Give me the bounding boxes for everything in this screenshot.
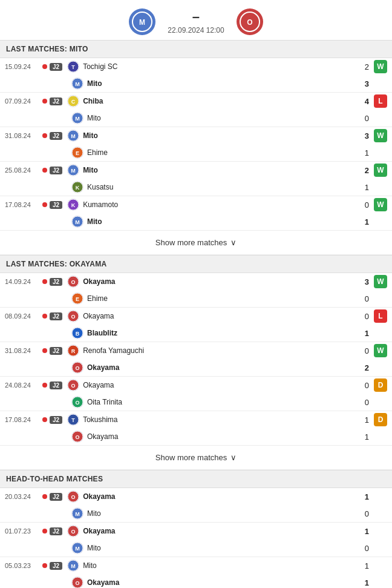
- team1-cell: M Mito: [67, 130, 354, 142]
- svg-text:O: O: [71, 314, 76, 320]
- team1-score: 2: [354, 166, 369, 175]
- team2-score: 1: [354, 148, 369, 157]
- match-team1-row: 14.09.24 J2 O Okayama 3 W: [0, 273, 392, 290]
- match-team1-row: 24.08.24 J2 O Okayama 0 D: [0, 377, 392, 394]
- team2-name: Kusatsu: [87, 183, 113, 191]
- team1-cell: M Mito: [67, 560, 354, 572]
- result-badge-empty: [374, 524, 387, 538]
- away-team-logo: O: [237, 8, 263, 35]
- home-team-logo: M: [129, 8, 155, 35]
- svg-text:R: R: [71, 348, 76, 354]
- match-pair: 17.08.24 J2 T Tokushima 1 D O Oka: [0, 411, 392, 446]
- match-date-label: 25.08.24: [5, 167, 42, 174]
- svg-text:E: E: [76, 150, 79, 156]
- match-team2-row: O Okayama 1: [0, 428, 392, 445]
- match-team1-row: 31.08.24 J2 R Renofa Yamaguchi 0 W: [0, 342, 392, 359]
- team1-logo: O: [67, 525, 79, 537]
- team2-logo: E: [71, 292, 83, 305]
- team2-logo: O: [71, 396, 83, 408]
- team1-logo: K: [67, 199, 79, 211]
- live-dot: [42, 494, 47, 499]
- svg-text:M: M: [71, 168, 76, 174]
- svg-text:O: O: [71, 279, 76, 285]
- team2-name: Mito: [87, 114, 101, 122]
- team2-score: 0: [354, 294, 369, 303]
- team2-name: Mito: [87, 217, 102, 226]
- league-badge: J2: [50, 312, 62, 320]
- result-badge: W: [374, 275, 387, 288]
- match-pair: 15.09.24 J2 T Tochigi SC 2 W M Mi: [0, 58, 392, 93]
- match-pair: 17.08.24 J2 K Kumamoto 0 W M Mito: [0, 196, 392, 231]
- svg-text:O: O: [75, 365, 79, 371]
- team2-cell: M Mito: [71, 112, 354, 124]
- match-team2-row: M Mito 0: [0, 540, 392, 557]
- match-team1-row: 05.03.23 J2 M Mito 1: [0, 557, 392, 574]
- league-badge: J2: [50, 527, 62, 535]
- result-badge-empty: [374, 490, 387, 503]
- team2-score: 1: [354, 183, 369, 192]
- team1-logo: M: [67, 560, 79, 572]
- svg-text:O: O: [75, 580, 79, 586]
- match-date: 22.09.2024 12:00: [168, 26, 224, 35]
- team2-cell: E Ehime: [71, 292, 354, 305]
- match-score-center: – 22.09.2024 12:00: [168, 9, 224, 35]
- match-score: –: [168, 9, 224, 25]
- team1-score: 0: [354, 200, 369, 210]
- show-more-okayama[interactable]: Show more matches ∨: [0, 446, 392, 470]
- match-pair: 14.09.24 J2 O Okayama 3 W E Ehime: [0, 273, 392, 308]
- team1-name: Okayama: [83, 312, 114, 320]
- team1-cell: O Okayama: [67, 525, 354, 537]
- match-pair: 01.07.23 J2 O Okayama 1 M Mito: [0, 523, 392, 557]
- team2-cell: M Mito: [71, 78, 354, 90]
- match-date-label: 01.07.23: [5, 527, 42, 535]
- team1-logo: T: [67, 61, 79, 73]
- live-dot: [42, 64, 47, 69]
- league-badge: J2: [50, 562, 62, 570]
- match-date-label: 24.08.24: [5, 382, 42, 389]
- team2-logo: O: [71, 431, 83, 443]
- result-badge: L: [374, 309, 387, 323]
- result-spacer: [374, 541, 387, 555]
- team1-logo: T: [67, 414, 79, 426]
- team1-logo: O: [67, 276, 79, 288]
- team2-score: 0: [354, 398, 369, 407]
- team2-cell: O Okayama: [71, 362, 354, 374]
- svg-text:M: M: [75, 546, 80, 552]
- match-team1-row: 01.07.23 J2 O Okayama 1: [0, 523, 392, 540]
- team2-cell: O Okayama: [71, 431, 354, 443]
- result-spacer: [374, 180, 387, 194]
- result-spacer: [374, 361, 387, 374]
- team1-name: Okayama: [83, 277, 115, 286]
- team2-name: Mito: [87, 79, 102, 88]
- result-spacer: [374, 326, 387, 340]
- svg-text:M: M: [75, 219, 80, 225]
- show-more-mito[interactable]: Show more matches ∨: [0, 231, 392, 255]
- team1-name: Tokushima: [83, 415, 117, 424]
- team1-name: Renofa Yamaguchi: [83, 346, 144, 355]
- team1-logo: M: [67, 164, 79, 176]
- team2-logo: M: [71, 78, 83, 90]
- team2-logo: M: [71, 507, 83, 520]
- team1-score: 0: [354, 346, 369, 355]
- team1-name: Kumamoto: [83, 200, 118, 209]
- mito-matches-list: 15.09.24 J2 T Tochigi SC 2 W M Mi: [0, 58, 392, 231]
- team1-score: 1: [354, 415, 369, 424]
- team2-score: 1: [354, 432, 369, 441]
- match-team2-row: M Mito 1: [0, 213, 392, 230]
- live-dot: [42, 417, 47, 422]
- svg-text:O: O: [71, 529, 76, 535]
- league-badge: J2: [50, 278, 62, 286]
- match-pair: 31.08.24 J2 M Mito 3 W E Ehime: [0, 127, 392, 162]
- result-badge: L: [374, 94, 387, 108]
- team1-name: Mito: [83, 166, 98, 174]
- match-team2-row: E Ehime 0: [0, 290, 392, 307]
- match-team2-row: M Mito 0: [0, 505, 392, 522]
- svg-text:O: O: [71, 494, 76, 500]
- team1-logo: R: [67, 345, 79, 357]
- team1-name: Tochigi SC: [83, 62, 117, 71]
- team1-score: 0: [354, 312, 369, 321]
- league-badge: J2: [50, 63, 62, 71]
- team1-logo: M: [67, 130, 79, 142]
- team1-score: 3: [354, 131, 369, 140]
- svg-text:E: E: [76, 296, 79, 302]
